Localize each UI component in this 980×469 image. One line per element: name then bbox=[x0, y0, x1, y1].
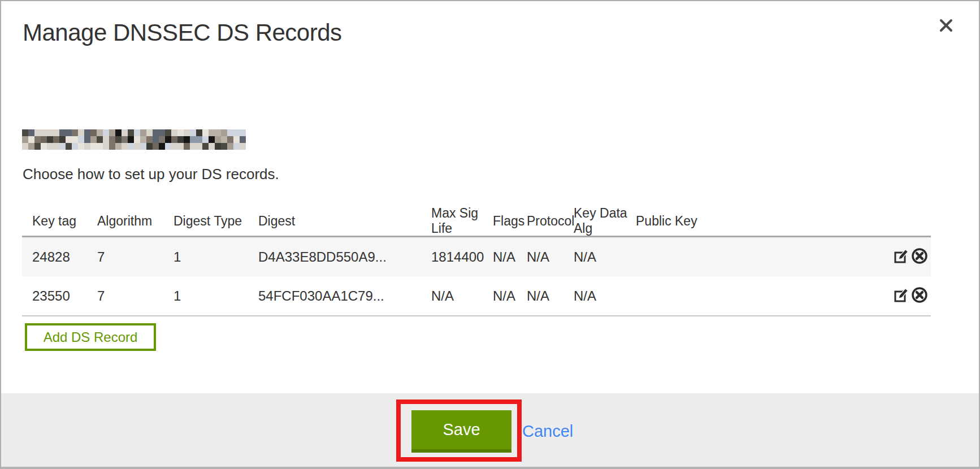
col-header-public-key: Public Key bbox=[636, 214, 818, 229]
cancel-link[interactable]: Cancel bbox=[522, 422, 573, 441]
table-row: 24828 7 1 D4A33E8DD550A9... 1814400 N/A … bbox=[22, 237, 931, 276]
save-button[interactable]: Save bbox=[411, 410, 511, 453]
add-ds-record-button[interactable]: Add DS Record bbox=[25, 323, 156, 351]
edit-icon bbox=[893, 286, 910, 305]
cell-max-sig-life: N/A bbox=[431, 288, 493, 304]
cell-key-tag: 24828 bbox=[32, 249, 97, 265]
ds-records-table: Key tag Algorithm Digest Type Digest Max… bbox=[22, 206, 931, 316]
close-icon bbox=[938, 18, 954, 35]
cell-max-sig-life: 1814400 bbox=[431, 249, 493, 265]
cell-flags: N/A bbox=[493, 249, 527, 265]
edit-icon bbox=[893, 247, 910, 266]
cell-digest: D4A33E8DD550A9... bbox=[258, 249, 431, 265]
modal-title: Manage DNSSEC DS Records bbox=[23, 19, 342, 46]
col-header-digest: Digest bbox=[258, 214, 431, 229]
setup-instruction-text: Choose how to set up your DS records. bbox=[23, 166, 279, 183]
cell-algorithm: 7 bbox=[97, 288, 174, 304]
col-header-protocol: Protocol bbox=[527, 214, 574, 229]
cell-protocol: N/A bbox=[527, 288, 574, 304]
col-header-digest-type: Digest Type bbox=[174, 214, 258, 229]
cell-digest: 54FCF030AA1C79... bbox=[258, 288, 431, 304]
cell-key-data-alg: N/A bbox=[574, 249, 636, 265]
table-bottom-divider bbox=[22, 315, 931, 316]
cell-algorithm: 7 bbox=[97, 249, 174, 265]
col-header-key-tag: Key tag bbox=[32, 214, 97, 229]
redacted-domain-name bbox=[22, 129, 246, 150]
cell-digest-type: 1 bbox=[174, 288, 258, 304]
cell-flags: N/A bbox=[493, 288, 527, 304]
delete-record-button[interactable] bbox=[910, 248, 929, 266]
delete-icon bbox=[911, 247, 928, 266]
close-button[interactable] bbox=[936, 16, 956, 36]
dnssec-modal: Manage DNSSEC DS Records Choose how to s… bbox=[0, 0, 980, 469]
edit-record-button[interactable] bbox=[892, 248, 910, 266]
edit-record-button[interactable] bbox=[892, 287, 910, 305]
table-row: 23550 7 1 54FCF030AA1C79... N/A N/A N/A … bbox=[22, 276, 931, 315]
delete-record-button[interactable] bbox=[910, 287, 929, 305]
cell-protocol: N/A bbox=[527, 249, 574, 265]
col-header-max-sig-life: Max Sig Life bbox=[431, 206, 493, 236]
cell-key-tag: 23550 bbox=[32, 288, 97, 304]
col-header-key-data-alg: Key Data Alg bbox=[574, 206, 636, 236]
col-header-algorithm: Algorithm bbox=[97, 214, 174, 229]
table-header-row: Key tag Algorithm Digest Type Digest Max… bbox=[22, 206, 931, 236]
cell-key-data-alg: N/A bbox=[574, 288, 636, 304]
cell-digest-type: 1 bbox=[174, 249, 258, 265]
delete-icon bbox=[911, 286, 928, 305]
col-header-flags: Flags bbox=[493, 214, 527, 229]
